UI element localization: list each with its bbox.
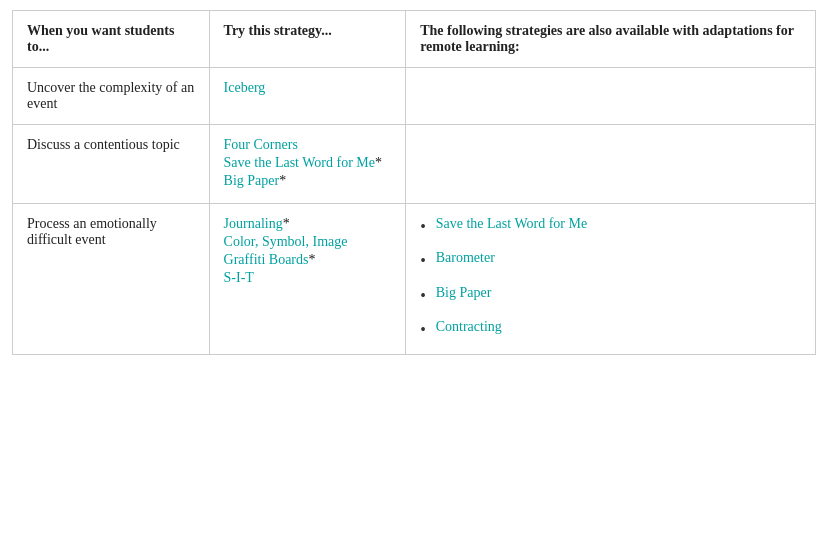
header-try: Try this strategy... xyxy=(209,11,406,68)
cell-remote: •Save the Last Word for Me•Barometer•Big… xyxy=(406,204,816,355)
asterisk-marker: * xyxy=(283,216,290,231)
table-row: Discuss a contentious topicFour CornersS… xyxy=(13,125,816,204)
strategy-item[interactable]: Four Corners xyxy=(224,137,392,153)
cell-strategies: Journaling*Color, Symbol, ImageGraffiti … xyxy=(209,204,406,355)
strategy-link[interactable]: Color, Symbol, Image xyxy=(224,234,348,249)
strategies-table: When you want students to... Try this st… xyxy=(12,10,816,355)
cell-when: Process an emotionally difficult event xyxy=(13,204,210,355)
list-item: •Big Paper xyxy=(420,285,801,307)
remote-strategy-link[interactable]: Contracting xyxy=(436,319,502,335)
cell-remote xyxy=(406,125,816,204)
cell-strategies: Four CornersSave the Last Word for Me*Bi… xyxy=(209,125,406,204)
bullet-icon: • xyxy=(420,216,426,238)
bullet-icon: • xyxy=(420,285,426,307)
bullet-icon: • xyxy=(420,319,426,341)
strategy-link[interactable]: Iceberg xyxy=(224,80,266,95)
list-item: •Barometer xyxy=(420,250,801,272)
header-remote: The following strategies are also availa… xyxy=(406,11,816,68)
strategy-link[interactable]: S-I-T xyxy=(224,270,254,285)
strategy-link[interactable]: Journaling xyxy=(224,216,283,231)
cell-remote xyxy=(406,68,816,125)
remote-strategy-link[interactable]: Big Paper xyxy=(436,285,492,301)
asterisk-marker: * xyxy=(308,252,315,267)
strategy-item[interactable]: Color, Symbol, Image xyxy=(224,234,392,250)
cell-when: Discuss a contentious topic xyxy=(13,125,210,204)
remote-strategy-link[interactable]: Barometer xyxy=(436,250,495,266)
strategy-item[interactable]: Big Paper* xyxy=(224,173,392,189)
strategy-item[interactable]: Graffiti Boards* xyxy=(224,252,392,268)
cell-when: Uncover the complexity of an event xyxy=(13,68,210,125)
table-row: Process an emotionally difficult eventJo… xyxy=(13,204,816,355)
asterisk-marker: * xyxy=(279,173,286,188)
strategy-link[interactable]: Four Corners xyxy=(224,137,298,152)
cell-strategies: Iceberg xyxy=(209,68,406,125)
table-row: Uncover the complexity of an eventIceber… xyxy=(13,68,816,125)
strategy-item[interactable]: S-I-T xyxy=(224,270,392,286)
remote-strategy-link[interactable]: Save the Last Word for Me xyxy=(436,216,587,232)
strategy-link[interactable]: Big Paper xyxy=(224,173,280,188)
strategy-item[interactable]: Journaling* xyxy=(224,216,392,232)
strategy-item[interactable]: Save the Last Word for Me* xyxy=(224,155,392,171)
asterisk-marker: * xyxy=(375,155,382,170)
strategy-item[interactable]: Iceberg xyxy=(224,80,392,96)
table-wrapper: When you want students to... Try this st… xyxy=(0,0,828,365)
strategy-link[interactable]: Save the Last Word for Me xyxy=(224,155,375,170)
header-when: When you want students to... xyxy=(13,11,210,68)
strategy-link[interactable]: Graffiti Boards xyxy=(224,252,309,267)
list-item: •Save the Last Word for Me xyxy=(420,216,801,238)
list-item: •Contracting xyxy=(420,319,801,341)
bullet-icon: • xyxy=(420,250,426,272)
remote-list: •Save the Last Word for Me•Barometer•Big… xyxy=(420,216,801,342)
